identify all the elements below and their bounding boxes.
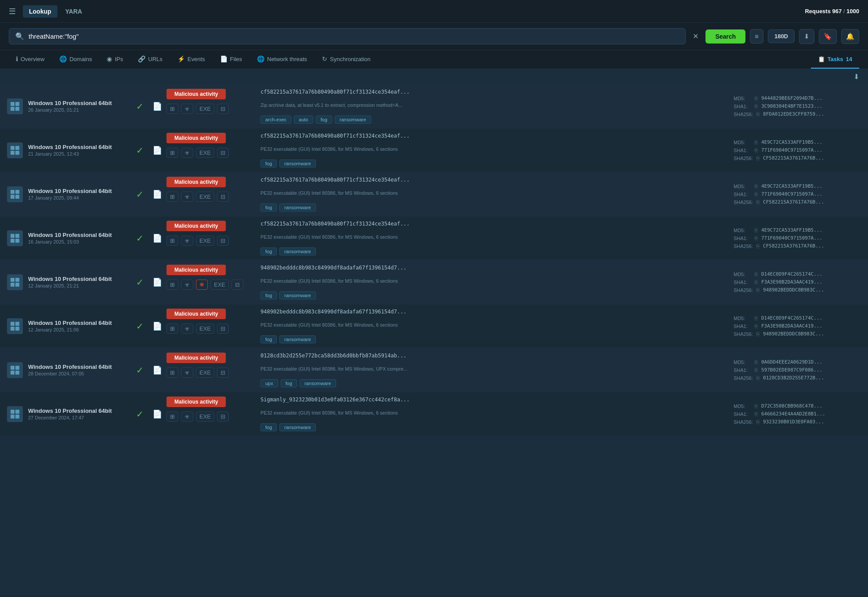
verdict-icon[interactable]: ⊟ (217, 104, 229, 114)
download-button[interactable]: ⬇ (799, 29, 814, 44)
table-row[interactable]: Windows 10 Professional 64bit 12 January… (0, 260, 868, 304)
tab-synchronization[interactable]: ↻ Synchronization (315, 50, 378, 69)
sha256-copy-icon[interactable]: ⎘ (756, 287, 760, 293)
verdict-icon[interactable]: ☣ (181, 324, 193, 334)
table-row[interactable]: Windows 10 Professional 64bit 27 Decembe… (0, 392, 868, 436)
verdict-icon[interactable]: ⊞ (166, 411, 178, 422)
file-icon[interactable]: 📄 (148, 128, 166, 172)
tab-lookup[interactable]: Lookup (23, 5, 58, 18)
export-button[interactable]: ⬇ (854, 73, 859, 81)
verdict-icon[interactable]: ☣ (181, 148, 193, 158)
search-button[interactable]: Search (705, 29, 745, 44)
file-icon[interactable]: 📄 (148, 84, 166, 128)
sha256-copy-icon[interactable]: ⎘ (756, 155, 760, 161)
verdict-icon[interactable]: ⊟ (217, 236, 229, 246)
verdict-icon[interactable]: EXE (196, 324, 214, 334)
file-icon[interactable]: 📄 (148, 260, 166, 304)
md5-copy-icon[interactable]: ⎘ (755, 139, 758, 146)
verdict-icon[interactable]: ⊟ (231, 280, 243, 290)
check-icon: ✓ (132, 304, 148, 348)
verdict-icon[interactable]: ⊞ (166, 192, 178, 202)
table-row[interactable]: Windows 10 Professional 64bit 26 January… (0, 84, 868, 128)
md5-copy-icon[interactable]: ⎘ (755, 227, 758, 233)
verdict-icon[interactable]: ⊞ (166, 280, 178, 290)
verdict-icon[interactable]: ✱ (196, 280, 208, 290)
verdict-icon[interactable]: ⊟ (217, 148, 229, 158)
file-icon[interactable]: 📄 (148, 172, 166, 216)
verdict-icon[interactable]: ⊟ (217, 411, 229, 422)
sha1-copy-icon[interactable]: ⎘ (755, 235, 758, 241)
verdict-icon[interactable]: ⊞ (166, 368, 178, 378)
verdict-icon[interactable]: ⊟ (217, 368, 229, 378)
table-row[interactable]: Windows 10 Professional 64bit 21 January… (0, 128, 868, 172)
verdict-icon[interactable]: ☣ (181, 368, 193, 378)
verdict-icon[interactable]: ☣ (181, 104, 193, 114)
list-view-button[interactable]: ≡ (750, 29, 763, 44)
table-row[interactable]: Windows 10 Professional 64bit 28 Decembe… (0, 348, 868, 392)
tab-overview[interactable]: ℹ Overview (9, 50, 51, 69)
table-row[interactable]: Windows 10 Professional 64bit 12 January… (0, 304, 868, 348)
md5-copy-icon[interactable]: ⎘ (755, 359, 758, 365)
sha256-copy-icon[interactable]: ⎘ (756, 331, 760, 337)
bell-button[interactable]: 🔔 (841, 29, 859, 44)
verdict-icon[interactable]: EXE (196, 192, 214, 202)
verdict-icon[interactable]: ⊞ (166, 324, 178, 334)
sha256-copy-icon[interactable]: ⎘ (756, 111, 760, 117)
md5-copy-icon[interactable]: ⎘ (755, 183, 758, 189)
menu-icon[interactable]: ☰ (9, 7, 16, 16)
table-row[interactable]: Windows 10 Professional 64bit 17 January… (0, 172, 868, 216)
sha256-copy-icon[interactable]: ⎘ (756, 199, 760, 205)
sha256-value: CF582215A37617A76B... (763, 199, 824, 205)
md5-copy-icon[interactable]: ⎘ (755, 95, 758, 102)
verdict-icon[interactable]: EXE (196, 368, 214, 378)
file-icon[interactable]: 📄 (148, 216, 166, 260)
verdict-icon[interactable]: EXE (196, 104, 214, 114)
tab-tasks[interactable]: 📋 Tasks 14 (811, 51, 859, 69)
tab-files[interactable]: 📄 Files (213, 50, 249, 69)
tab-domains[interactable]: 🌐 Domains (52, 50, 99, 69)
tab-events[interactable]: ⚡ Events (170, 50, 212, 69)
sha256-label: SHA256: (734, 200, 753, 205)
md5-copy-icon[interactable]: ⎘ (755, 271, 758, 277)
md5-copy-icon[interactable]: ⎘ (755, 403, 758, 409)
verdict-icon[interactable]: ☣ (181, 236, 193, 246)
verdict-icon[interactable]: ⊟ (217, 324, 229, 334)
tab-yara[interactable]: YARA (59, 5, 88, 18)
verdict-icons: ⊞☣EXE⊟ (166, 192, 229, 202)
sha1-copy-icon[interactable]: ⎘ (755, 147, 758, 153)
row-hashes: MD5: ⎘ 0A6DD4EEE2A0629D1D... SHA1: ⎘ 597… (727, 348, 868, 392)
tab-urls[interactable]: 🔗 URLs (131, 50, 170, 69)
period-button[interactable]: 180D (768, 29, 795, 43)
tab-ips[interactable]: ◉ IPs (100, 50, 130, 69)
sha1-copy-icon[interactable]: ⎘ (755, 103, 758, 109)
verdict-icon[interactable]: EXE (196, 148, 214, 158)
sha1-copy-icon[interactable]: ⎘ (755, 367, 758, 373)
file-icon[interactable]: 📄 (148, 304, 166, 348)
sha256-copy-icon[interactable]: ⎘ (756, 243, 760, 249)
sha1-copy-icon[interactable]: ⎘ (755, 411, 758, 417)
verdict-icon[interactable]: ⊞ (166, 104, 178, 114)
file-icon[interactable]: 📄 (148, 392, 166, 436)
md5-copy-icon[interactable]: ⎘ (755, 315, 758, 321)
verdict-icon[interactable]: EXE (196, 411, 214, 422)
table-row[interactable]: Windows 10 Professional 64bit 16 January… (0, 216, 868, 260)
verdict-icon[interactable]: ⊞ (166, 148, 178, 158)
bookmark-button[interactable]: 🔖 (819, 29, 837, 44)
verdict-icon[interactable]: EXE (210, 280, 229, 290)
verdict-icon[interactable]: EXE (196, 236, 214, 246)
sha1-copy-icon[interactable]: ⎘ (755, 279, 758, 285)
sha1-copy-icon[interactable]: ⎘ (755, 323, 758, 329)
tab-network-threats[interactable]: 🌐 Network threats (250, 50, 314, 69)
verdict-icon[interactable]: ☣ (181, 280, 193, 290)
clear-button[interactable]: ✕ (690, 31, 701, 41)
sha1-copy-icon[interactable]: ⎘ (755, 191, 758, 197)
sha256-line: SHA256: ⎘ CF582215A37617A76B... (734, 155, 862, 161)
verdict-icon[interactable]: ☣ (181, 192, 193, 202)
search-input[interactable] (29, 33, 679, 40)
verdict-icon[interactable]: ⊟ (217, 192, 229, 202)
sha256-copy-icon[interactable]: ⎘ (756, 375, 760, 381)
verdict-icon[interactable]: ☣ (181, 411, 193, 422)
verdict-icon[interactable]: ⊞ (166, 236, 178, 246)
file-icon[interactable]: 📄 (148, 348, 166, 392)
sha256-copy-icon[interactable]: ⎘ (756, 419, 760, 425)
